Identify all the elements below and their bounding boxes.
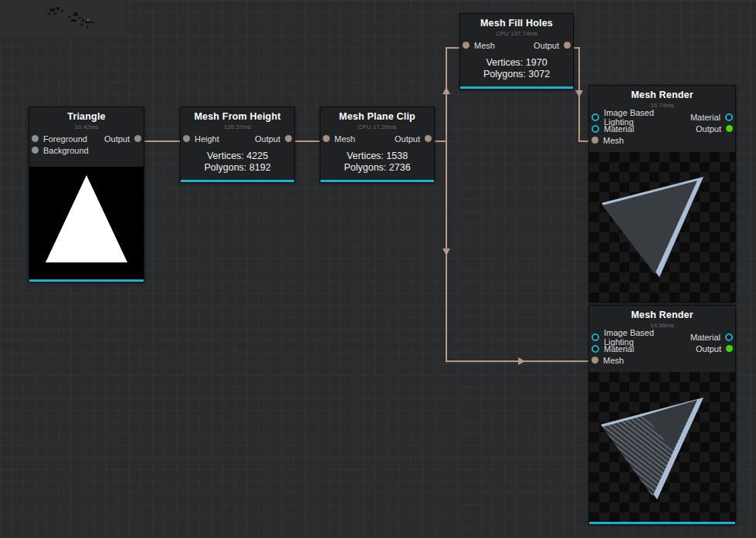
port-label: Mesh [603,356,624,365]
vertices-stat: Vertices: 1538 [320,151,434,162]
node-mesh-fill-holes[interactable]: Mesh Fill Holes CPU 137.74ms Mesh Output… [459,13,574,90]
node-title: Mesh Render [589,86,735,101]
input-port-mesh[interactable] [463,42,470,49]
node-timing: CPU 17.28ms [320,123,434,133]
render-preview-image [589,152,735,302]
port-label: Output [534,41,559,50]
port-label: Output [395,134,420,144]
node-mesh-plane-clip[interactable]: Mesh Plane Clip CPU 17.28ms Mesh Output … [320,107,435,183]
port-label: Material [690,113,720,122]
node-mesh-from-height[interactable]: Mesh From Height 126.37ms Height Output … [180,107,295,183]
input-port-foreground[interactable] [32,135,39,142]
port-label: Material [690,333,720,342]
port-label: Output [104,134,130,144]
port-label: Material [604,344,634,354]
node-title: Mesh Plane Clip [320,107,434,123]
selection-underline [589,522,735,524]
polygons-stat: Polygons: 2736 [320,162,434,174]
output-port[interactable] [564,42,571,49]
node-graph-canvas[interactable]: Triangle 10.42ms Foreground Output Backg… [0,0,756,538]
port-label: Foreground [43,134,87,144]
input-port-material[interactable] [592,345,599,353]
port-label: Output [696,124,721,134]
node-title: Mesh Fill Holes [460,14,573,29]
input-port-mesh[interactable] [323,135,330,142]
node-timing: 126.37ms [181,123,294,133]
node-mesh-render-top[interactable]: Mesh Render 19.74ms Image Based Lighting… [588,85,736,303]
input-port-height[interactable] [183,135,190,142]
port-label: Mesh [334,134,355,144]
vertices-stat: Vertices: 1970 [460,57,573,69]
node-title: Mesh From Height [181,107,294,123]
input-port-image-based-lighting[interactable] [592,113,599,121]
port-label: Material [604,124,634,134]
input-port-material[interactable] [592,125,599,133]
node-mesh-render-bottom[interactable]: Mesh Render 14.56ms Image Based Lighting… [588,305,736,525]
port-label: Mesh [474,41,495,50]
node-title: Triangle [29,107,144,123]
polygons-stat: Polygons: 8192 [181,162,294,174]
node-title: Mesh Render [589,306,735,321]
output-port[interactable] [285,135,292,142]
port-label: Output [255,134,280,144]
vertices-stat: Vertices: 4225 [181,151,294,162]
output-port[interactable] [726,125,733,132]
selection-underline [181,180,294,182]
triangle-preview-image [29,167,144,279]
output-port[interactable] [726,345,733,352]
selection-underline [460,86,573,89]
input-port-image-based-lighting[interactable] [592,333,599,341]
port-label: Height [195,134,219,144]
render-preview-image [589,372,735,522]
node-triangle[interactable]: Triangle 10.42ms Foreground Output Backg… [29,107,144,283]
output-port-material[interactable] [725,333,733,341]
selection-underline [320,180,434,182]
node-timing: 10.42ms [29,123,144,133]
output-port[interactable] [134,135,141,142]
node-timing: CPU 137.74ms [460,29,573,39]
polygons-stat: Polygons: 3072 [460,69,573,80]
output-port-material[interactable] [725,113,733,121]
graph-minimap[interactable] [0,0,124,37]
port-label: Output [696,344,721,354]
input-port-background[interactable] [32,147,39,154]
selection-underline [29,279,144,282]
input-port-mesh[interactable] [592,357,598,364]
input-port-mesh[interactable] [592,137,598,144]
output-port[interactable] [425,135,432,142]
port-label: Background [43,146,89,155]
port-label: Mesh [603,136,624,145]
